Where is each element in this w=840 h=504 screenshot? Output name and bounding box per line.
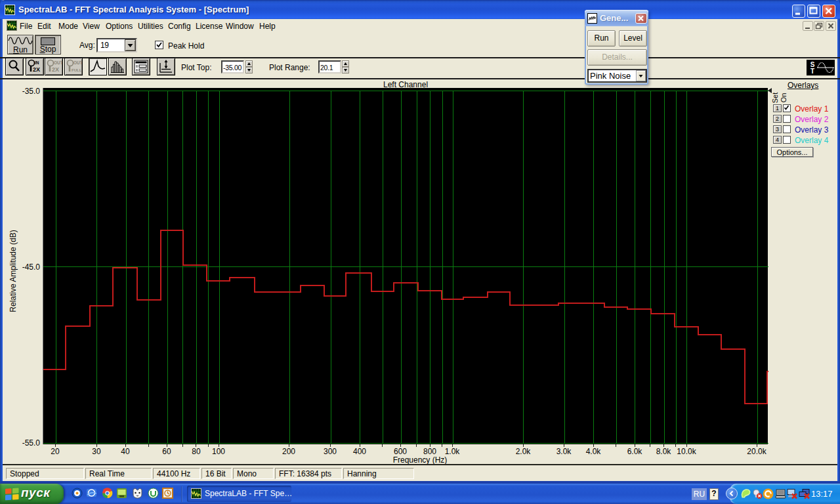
svg-text:OUT: OUT (54, 60, 62, 65)
svg-text:2X: 2X (52, 66, 59, 73)
svg-text:2X: 2X (33, 66, 40, 73)
svg-text:T: T (810, 68, 814, 75)
svg-text:OUT: OUT (74, 60, 82, 65)
svg-text:IN: IN (35, 60, 39, 65)
svg-text:FULL: FULL (72, 68, 82, 72)
